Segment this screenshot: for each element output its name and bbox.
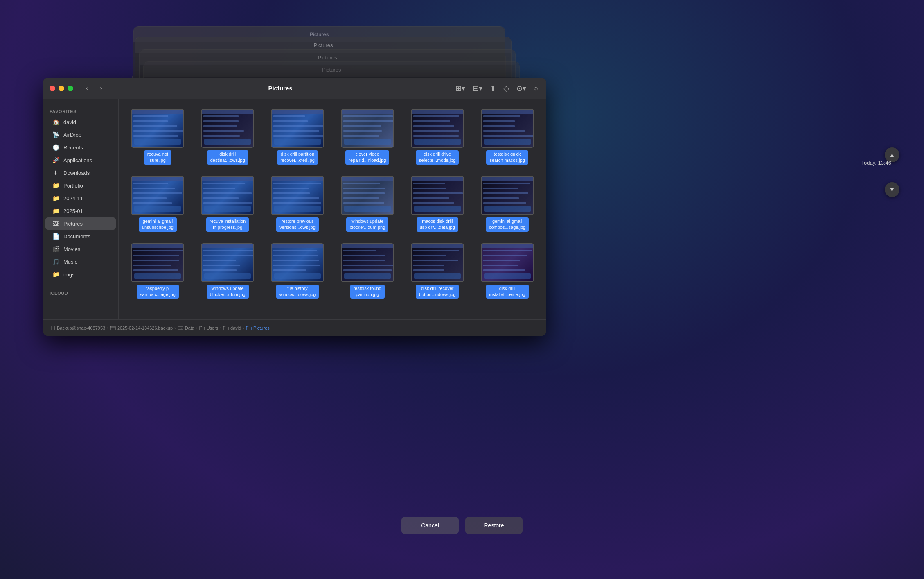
close-button[interactable] <box>50 86 55 91</box>
folder-icon-bc2 <box>223 325 229 331</box>
sidebar-label-portfolio: Portfolio <box>63 183 83 189</box>
file-label: gemini ai gmail unsubscribe.jpg <box>139 217 177 232</box>
scroll-up-icon: ▲ <box>889 152 895 158</box>
sidebar-item-downloads[interactable]: ⬇ Downloads <box>45 167 116 179</box>
breadcrumb-sep4: › <box>220 326 221 330</box>
file-thumbnail <box>411 176 464 215</box>
pictures-icon: 🖼 <box>52 220 59 227</box>
file-label: disk drill destinat...ows.jpg <box>207 150 248 165</box>
sidebar-label-applications: Applications <box>63 157 92 163</box>
svg-rect-2 <box>110 326 115 330</box>
file-thumbnail <box>411 109 464 148</box>
archive-icon <box>110 325 116 331</box>
file-label: recuva installation in progress.jpg <box>206 217 249 232</box>
sidebar-item-movies[interactable]: 🎬 Movies <box>45 243 116 255</box>
file-item[interactable]: gemini ai gmail compos...sage.jpg <box>475 173 540 235</box>
file-item[interactable]: windows update blocker...rdum.jpg <box>195 240 260 302</box>
file-item[interactable]: disk drill drive selecte...mode.jpg <box>405 106 470 168</box>
files-grid: recuva not sure.jpgdisk drill destinat..… <box>125 106 540 302</box>
file-label: testdisk found partition.jpg <box>350 285 385 299</box>
file-item[interactable]: recuva installation in progress.jpg <box>195 173 260 235</box>
maximize-button[interactable] <box>68 86 73 91</box>
sidebar-label-david: david <box>63 119 76 125</box>
breadcrumb-sep3: › <box>196 326 198 330</box>
portfolio-icon: 📁 <box>52 182 59 189</box>
file-thumbnail <box>131 243 184 282</box>
sidebar-item-recents[interactable]: 🕐 Recents <box>45 141 116 154</box>
sidebar-item-documents[interactable]: 📄 Documents <box>45 230 116 242</box>
file-label: windows update blocker...rdum.jpg <box>207 285 249 299</box>
file-label: windows update blocker...dum.png <box>346 217 388 232</box>
file-item[interactable]: raspberry pi samba c...age.jpg <box>125 240 190 302</box>
sidebar-item-music[interactable]: 🎵 Music <box>45 256 116 268</box>
svg-rect-4 <box>178 327 183 330</box>
view-options-button[interactable]: ⊟▾ <box>471 82 484 95</box>
sidebar-item-pictures[interactable]: 🖼 Pictures <box>45 217 116 230</box>
time-display: Today, 13:46 <box>861 160 891 166</box>
sidebar-item-applications[interactable]: 🚀 Applications <box>45 154 116 166</box>
file-item[interactable]: recuva not sure.jpg <box>125 106 190 168</box>
search-button[interactable]: ⌕ <box>532 82 540 94</box>
breadcrumb-sep5: › <box>243 326 244 330</box>
file-item[interactable]: disk drill partition recover...cted.jpg <box>265 106 330 168</box>
folder-icon-bc <box>199 325 205 331</box>
finder-window: ‹ › Pictures ⊞▾ ⊟▾ ⬆ ◇ ⊙▾ ⌕ Favorites 🏠 … <box>43 78 546 336</box>
file-item[interactable]: testdisk quick search macos.jpg <box>475 106 540 168</box>
file-item[interactable]: clever video repair d...nload.jpg <box>335 106 400 168</box>
svg-point-5 <box>181 328 182 328</box>
cancel-button[interactable]: Cancel <box>401 517 459 534</box>
sidebar-item-portfolio[interactable]: 📁 Portfolio <box>45 179 116 192</box>
file-item[interactable]: testdisk found partition.jpg <box>335 240 400 302</box>
sidebar-item-airdrop[interactable]: 📡 AirDrop <box>45 129 116 141</box>
backup-icon <box>50 325 55 331</box>
file-thumbnail <box>481 176 534 215</box>
sidebar-item-2025-01[interactable]: 📁 2025-01 <box>45 205 116 217</box>
tag-button[interactable]: ◇ <box>502 82 511 95</box>
files-area: recuva not sure.jpgdisk drill destinat..… <box>119 99 546 319</box>
file-item[interactable]: disk drill recover button...ndows.jpg <box>405 240 470 302</box>
sidebar-item-imgs[interactable]: 📁 imgs <box>45 268 116 280</box>
file-label: clever video repair d...nload.jpg <box>345 150 389 165</box>
file-item[interactable]: file history window...dows.jpg <box>265 240 330 302</box>
minimize-button[interactable] <box>59 86 64 91</box>
file-item[interactable]: disk drill installati...eme.jpg <box>475 240 540 302</box>
file-item[interactable]: restore previous versions...ows.jpg <box>265 173 330 235</box>
sidebar-label-2025-01: 2025-01 <box>63 208 83 214</box>
breadcrumb-backup-file: 2025-02-14-134626.backup <box>117 326 173 330</box>
forward-button[interactable]: › <box>95 83 107 94</box>
window-title: Pictures <box>112 85 449 92</box>
folder-2025-icon: 📁 <box>52 207 59 215</box>
file-thumbnail <box>201 243 254 282</box>
file-thumbnail <box>271 109 324 148</box>
more-button[interactable]: ⊙▾ <box>515 82 528 95</box>
movies-icon: 🎬 <box>52 245 59 253</box>
breadcrumb-backup: Backup@snap-4087953 <box>57 326 105 330</box>
view-grid-button[interactable]: ⊞▾ <box>454 82 467 95</box>
breadcrumb-sep2: › <box>174 326 176 330</box>
titlebar: ‹ › Pictures ⊞▾ ⊟▾ ⬆ ◇ ⊙▾ ⌕ <box>43 78 546 99</box>
documents-icon: 📄 <box>52 233 59 240</box>
file-item[interactable]: windows update blocker...dum.png <box>335 173 400 235</box>
imgs-icon: 📁 <box>52 271 59 278</box>
nav-buttons: ‹ › <box>81 83 107 94</box>
sidebar-label-pictures: Pictures <box>63 221 83 227</box>
file-item[interactable]: disk drill destinat...ows.jpg <box>195 106 260 168</box>
sidebar-label-music: Music <box>63 259 77 265</box>
file-thumbnail <box>481 243 534 282</box>
back-button[interactable]: ‹ <box>81 83 93 94</box>
share-button[interactable]: ⬆ <box>488 82 498 95</box>
file-label: testdisk quick search macos.jpg <box>486 150 528 165</box>
bottom-bar: Cancel Restore <box>401 517 523 534</box>
file-item[interactable]: gemini ai gmail unsubscribe.jpg <box>125 173 190 235</box>
sidebar-item-2024-11[interactable]: 📁 2024-11 <box>45 192 116 204</box>
file-item[interactable]: macos disk drill usb driv...data.jpg <box>405 173 470 235</box>
sidebar-item-david[interactable]: 🏠 david <box>45 116 116 128</box>
favorites-label: Favorites <box>43 106 118 115</box>
icloud-label: iCloud <box>43 287 118 297</box>
svg-rect-0 <box>50 326 55 330</box>
file-label: disk drill partition recover...cted.jpg <box>277 150 318 165</box>
statusbar: Backup@snap-4087953 › 2025-02-14-134626.… <box>43 319 546 336</box>
file-thumbnail <box>411 243 464 282</box>
scroll-down-button[interactable]: ▼ <box>885 182 899 197</box>
restore-button[interactable]: Restore <box>465 517 523 534</box>
